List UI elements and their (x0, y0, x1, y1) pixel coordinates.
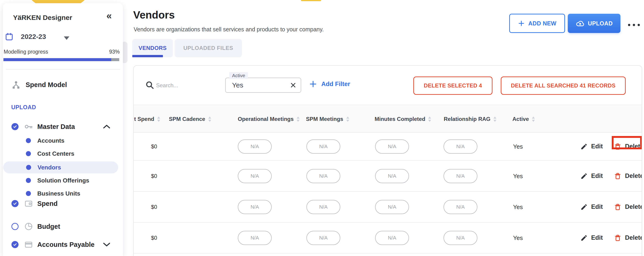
sort-icon (296, 116, 300, 122)
bullet-dot-icon (26, 178, 31, 183)
unchecked-circle-icon (12, 223, 18, 230)
spend-cell: $0 (151, 204, 157, 210)
divider (6, 69, 120, 70)
status-pill: N/A (238, 139, 272, 154)
page: YäRKEN Designer « 2022-23 Modelling prog… (0, 0, 644, 256)
sidebar-item-budget[interactable]: Budget (3, 220, 123, 233)
status-pill: N/A (444, 231, 478, 245)
delete-button[interactable]: Delete (614, 172, 642, 180)
key-icon (24, 122, 33, 131)
active-cell: Yes (513, 143, 523, 150)
trash-icon (614, 234, 622, 242)
column-header-spm-meetings[interactable]: SPM Meetings (306, 105, 350, 133)
active-cell: Yes (513, 172, 523, 179)
edit-button[interactable]: Edit (580, 234, 603, 241)
tab-vendors[interactable]: VENDORS (132, 39, 173, 57)
sidebar-item-label: Accounts Payable (37, 241, 94, 248)
pencil-icon (580, 234, 588, 241)
chevron-down-icon[interactable] (103, 242, 110, 247)
status-pill: N/A (375, 231, 409, 245)
add-new-button[interactable]: ADD NEW (509, 14, 565, 33)
table-header: t Spend SPM Cadence Operational Meetings… (134, 105, 642, 133)
yellow-tab-sliver (301, 0, 321, 1)
status-pill: N/A (306, 139, 340, 154)
active-filter-select[interactable]: Active Yes (225, 78, 301, 93)
checked-circle-icon (12, 123, 18, 130)
pencil-icon (580, 203, 588, 211)
bullet-dot-icon (26, 138, 31, 143)
column-header-spend[interactable]: t Spend (134, 105, 160, 133)
sidebar-item-label: Master Data (37, 123, 75, 131)
sort-icon (532, 116, 535, 122)
edit-button[interactable]: Edit (580, 172, 603, 180)
status-pill: N/A (444, 200, 478, 214)
delete-selected-button[interactable]: DELETE SELECTED 4 (413, 77, 492, 95)
status-pill: N/A (238, 231, 272, 245)
bullet-dot-icon (26, 165, 31, 170)
status-pill: N/A (444, 139, 478, 154)
status-pill: N/A (375, 169, 409, 183)
sidebar-item-solution-offerings[interactable]: Solution Offerings (3, 174, 123, 186)
column-header-active[interactable]: Active (512, 105, 535, 133)
add-filter-button[interactable]: Add Filter (309, 80, 350, 88)
spend-cell: $0 (151, 235, 157, 241)
sidebar-item-label: Spend (37, 200, 58, 207)
cloud-upload-icon (576, 19, 585, 28)
edit-button[interactable]: Edit (580, 203, 603, 211)
progress-bar (4, 58, 119, 61)
checked-circle-icon (12, 241, 18, 248)
delete-all-button[interactable]: DELETE ALL SEARCHED 41 RECORDS (501, 77, 626, 95)
sidebar-item-vendors[interactable]: Vendors (3, 161, 118, 173)
active-filter-value: Yes (232, 81, 243, 89)
tab-uploaded-files[interactable]: UPLOADED FILES (174, 39, 242, 57)
status-pill: N/A (306, 200, 340, 214)
sidebar-item-master-data[interactable]: Master Data (3, 120, 123, 133)
calendar-icon (5, 32, 14, 42)
status-pill: N/A (306, 231, 340, 245)
sort-icon (493, 116, 496, 122)
edit-button[interactable]: Edit (580, 143, 603, 150)
spend-model-label: Spend Model (26, 81, 67, 89)
progress-fill (4, 58, 111, 61)
chevron-down-icon[interactable] (64, 36, 69, 40)
column-header-operational-meetings[interactable]: Operational Meetings (238, 105, 300, 133)
progress-label: Modelling progress (4, 49, 48, 55)
app-title: YäRKEN Designer (13, 14, 72, 22)
clear-filter-icon[interactable] (290, 82, 296, 89)
credit-card-icon (24, 240, 33, 249)
sidebar-item-spend[interactable]: Spend (3, 197, 123, 210)
page-title: Vendors (133, 9, 175, 21)
chevron-up-icon[interactable] (103, 124, 110, 129)
collapse-sidebar-button[interactable]: « (106, 11, 112, 21)
upload-button[interactable]: UPLOAD (568, 14, 620, 33)
sort-icon (428, 116, 432, 122)
column-header-spm-cadence[interactable]: SPM Cadence (169, 105, 212, 133)
more-options-button[interactable] (628, 24, 640, 26)
checked-circle-icon (12, 200, 18, 207)
column-header-minutes-completed[interactable]: Minutes Completed (375, 105, 432, 133)
plus-icon (518, 20, 525, 27)
progress-value: 93% (109, 49, 120, 55)
sidebar-item-accounts[interactable]: Accounts (3, 135, 123, 147)
sidebar-item-cost-centers[interactable]: Cost Centers (3, 148, 123, 160)
sidebar: YäRKEN Designer « 2022-23 Modelling prog… (3, 3, 123, 256)
search-input[interactable] (156, 80, 216, 90)
active-cell: Yes (513, 234, 523, 241)
table-row: $0 N/A N/A N/A N/A Yes Edit Delete (134, 222, 642, 253)
status-pill: N/A (444, 169, 478, 183)
column-header-relationship-rag[interactable]: Relationship RAG (444, 105, 496, 133)
trash-icon (614, 203, 622, 211)
status-pill: N/A (375, 139, 409, 154)
sidebar-item-accounts-payable[interactable]: Accounts Payable (3, 238, 123, 251)
upload-link[interactable]: UPLOAD (11, 104, 36, 111)
year-selector[interactable]: 2022-23 (21, 33, 46, 41)
pencil-icon (580, 143, 588, 150)
delete-button[interactable]: Delete (614, 234, 642, 242)
status-pill: N/A (238, 200, 272, 214)
delete-button[interactable]: Delete (614, 203, 642, 211)
table-row: $0 N/A N/A N/A N/A Yes Edit Delete (134, 192, 642, 222)
wallet-icon (24, 199, 33, 208)
plus-icon (309, 80, 317, 88)
table-row: $0 N/A N/A N/A N/A Yes Edit Delete (134, 161, 642, 192)
spend-cell: $0 (151, 143, 157, 150)
